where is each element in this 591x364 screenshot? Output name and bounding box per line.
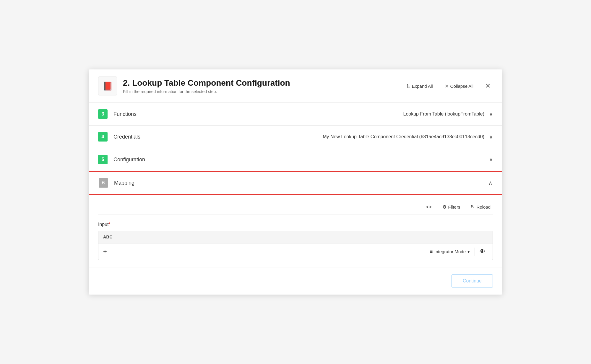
mapping-toolbar: <> ⚙ Filters ↻ Reload	[98, 199, 493, 215]
continue-button[interactable]: Continue	[452, 274, 493, 287]
input-table-footer: + ≡ Integrator Mode ▾ 👁	[98, 243, 493, 260]
vertical-divider	[475, 248, 475, 256]
required-indicator: *	[109, 222, 111, 227]
modal-footer: Continue	[89, 267, 502, 295]
chevron-mapping: ∧	[488, 180, 492, 186]
input-table: ABC + ≡ Integrator Mode ▾	[98, 231, 493, 260]
section-number-6: 6	[99, 178, 108, 188]
section-number-5: 5	[98, 155, 108, 164]
header-actions: ⇅ Expand All ✕ Collapse All ✕	[404, 82, 493, 90]
close-icon: ✕	[485, 82, 491, 90]
chevron-functions: ∨	[489, 111, 493, 117]
section-label-credentials: Credentials	[113, 134, 323, 140]
section-number-4: 4	[98, 132, 108, 142]
code-icon: <>	[426, 204, 432, 210]
expand-all-button[interactable]: ⇅ Expand All	[404, 82, 435, 90]
section-functions[interactable]: 3 Functions Lookup From Table (lookupFro…	[89, 103, 502, 126]
filters-button[interactable]: ⚙ Filters	[440, 203, 463, 211]
filter-icon: ⚙	[442, 204, 447, 210]
chevron-credentials: ∨	[489, 134, 493, 140]
eye-button[interactable]: 👁	[477, 247, 488, 256]
close-button[interactable]: ✕	[483, 82, 493, 90]
reload-button[interactable]: ↻ Reload	[468, 203, 493, 211]
collapse-all-button[interactable]: ✕ Collapse All	[442, 82, 476, 90]
header-icon: 📕	[98, 77, 117, 95]
integrator-mode-dropdown-icon: ▾	[467, 249, 470, 254]
section-value-functions: Lookup From Table (lookupFromTable)	[403, 111, 485, 117]
add-icon: +	[103, 248, 107, 255]
modal-header: 📕 2. Lookup Table Component Configuratio…	[89, 69, 502, 103]
expand-all-icon: ⇅	[406, 83, 410, 89]
add-row-button[interactable]: +	[103, 248, 107, 255]
footer-right: ≡ Integrator Mode ▾ 👁	[428, 247, 488, 256]
section-label-mapping: Mapping	[114, 180, 488, 186]
modal-subtitle: Fill in the required information for the…	[123, 89, 398, 94]
section-number-3: 3	[98, 109, 108, 119]
collapse-all-icon: ✕	[445, 83, 449, 89]
section-mapping[interactable]: 6 Mapping ∧	[89, 171, 502, 195]
integrator-mode-button[interactable]: ≡ Integrator Mode ▾	[428, 248, 472, 256]
chevron-configuration: ∨	[489, 156, 493, 163]
code-view-button[interactable]: <>	[424, 203, 434, 211]
section-credentials[interactable]: 4 Credentials My New Lookup Table Compon…	[89, 126, 502, 148]
input-section: Input* ABC + ≡ Integrator Mode	[98, 222, 493, 260]
mapping-content: <> ⚙ Filters ↻ Reload Input* ABC	[89, 195, 502, 267]
modal-content: 3 Functions Lookup From Table (lookupFro…	[89, 103, 502, 267]
section-value-credentials: My New Lookup Table Component Credential…	[323, 134, 484, 139]
section-configuration[interactable]: 5 Configuration ∨	[89, 148, 502, 171]
input-table-header: ABC	[98, 231, 493, 243]
eye-icon: 👁	[480, 248, 486, 255]
modal-title: 2. Lookup Table Component Configuration	[123, 78, 398, 88]
input-label: Input*	[98, 222, 493, 227]
header-text: 2. Lookup Table Component Configuration …	[123, 78, 398, 94]
section-label-functions: Functions	[113, 111, 403, 117]
modal-container: 📕 2. Lookup Table Component Configuratio…	[89, 69, 502, 295]
integrator-mode-icon: ≡	[430, 249, 433, 254]
section-label-configuration: Configuration	[113, 157, 484, 163]
reload-icon: ↻	[471, 204, 475, 210]
